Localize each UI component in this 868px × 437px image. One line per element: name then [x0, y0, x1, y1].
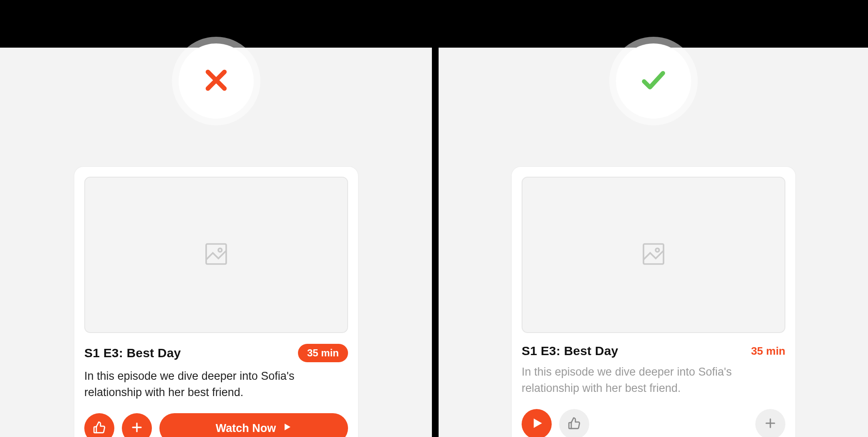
duration-text: 35 min	[751, 345, 785, 358]
panel-incorrect: S1 E3: Best Day 35 min In this episode w…	[0, 48, 432, 437]
comparison-stage: S1 E3: Best Day 35 min In this episode w…	[0, 0, 868, 437]
status-badge-incorrect	[179, 43, 254, 119]
plus-icon	[763, 416, 777, 432]
panel-divider	[432, 0, 439, 437]
episode-card: S1 E3: Best Day 35 min In this episode w…	[512, 167, 795, 437]
title-row: S1 E3: Best Day 35 min	[522, 344, 785, 358]
episode-description: In this episode we dive deeper into Sofi…	[522, 364, 785, 396]
image-placeholder-icon	[203, 241, 230, 269]
watch-now-label: Watch Now	[216, 422, 276, 435]
image-placeholder-icon	[640, 241, 667, 269]
watch-now-button[interactable]: Watch Now	[159, 413, 348, 437]
thumbnail-placeholder	[522, 177, 785, 333]
add-button[interactable]	[755, 409, 785, 437]
thumbnail-placeholder	[84, 177, 348, 333]
svg-point-3	[218, 248, 222, 252]
episode-description: In this episode we dive deeper into Sofi…	[84, 368, 348, 401]
check-icon	[639, 66, 668, 96]
panel-correct: S1 E3: Best Day 35 min In this episode w…	[439, 48, 868, 437]
cross-icon	[202, 66, 230, 96]
episode-title: S1 E3: Best Day	[84, 346, 181, 360]
episode-title: S1 E3: Best Day	[522, 344, 618, 358]
actions-row: Watch Now	[84, 413, 348, 437]
plus-icon	[130, 420, 144, 436]
like-button[interactable]	[559, 409, 589, 437]
play-button[interactable]	[522, 409, 552, 437]
duration-badge: 35 min	[298, 344, 348, 362]
play-icon	[530, 416, 544, 432]
add-button[interactable]	[122, 413, 152, 437]
title-row: S1 E3: Best Day 35 min	[84, 344, 348, 362]
like-button[interactable]	[84, 413, 114, 437]
episode-card: S1 E3: Best Day 35 min In this episode w…	[74, 167, 358, 437]
status-badge-correct	[616, 43, 691, 119]
svg-point-7	[656, 248, 659, 252]
thumbs-up-icon	[92, 420, 106, 436]
actions-row	[522, 409, 785, 437]
thumbs-up-icon	[567, 416, 581, 432]
play-icon	[282, 422, 292, 435]
